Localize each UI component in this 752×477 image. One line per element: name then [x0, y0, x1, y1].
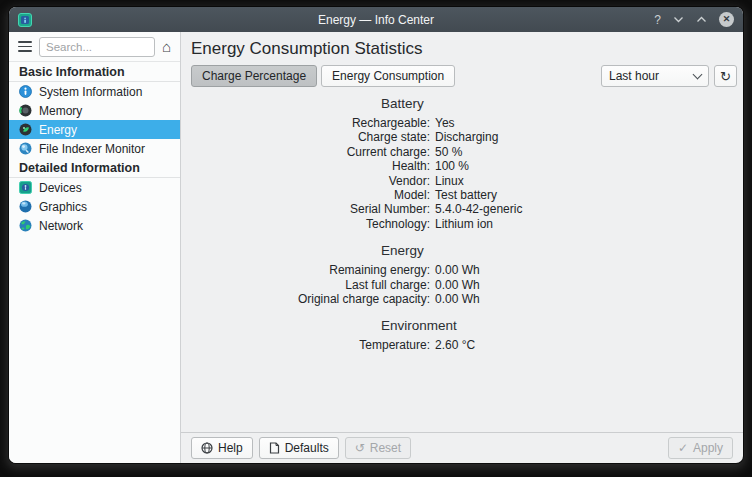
help-button-label: Help [218, 441, 243, 455]
sidebar-item-system-information[interactable]: System Information [9, 82, 180, 101]
nav-section-basic-information: Basic Information [9, 62, 180, 82]
battery-details-form: Battery Rechargeable:Yes Charge state:Di… [181, 96, 743, 353]
footer-buttonbar: Help Defaults ↺ Reset ✓ Apply [181, 432, 743, 463]
tab-energy-consumption[interactable]: Energy Consumption [321, 65, 455, 87]
row-value: Test battery [435, 188, 743, 202]
detail-row: Rechargeable:Yes [181, 116, 743, 130]
sidebar-item-graphics[interactable]: Graphics [9, 197, 180, 216]
detail-row: Remaining energy:0.00 Wh [181, 263, 743, 277]
chart-toolbar: Charge Percentage Energy Consumption Las… [191, 65, 737, 87]
row-value: 100 % [435, 159, 743, 173]
row-value: 2.60 °C [435, 338, 743, 352]
info-center-app-icon [18, 13, 32, 27]
sidebar: ⌂ Basic Information System Information M… [9, 32, 181, 463]
detail-row: Health:100 % [181, 159, 743, 173]
sidebar-item-label: Memory [39, 104, 82, 118]
apply-button-label: Apply [693, 441, 723, 455]
section-environment: Environment Temperature:2.60 °C [181, 318, 743, 352]
refresh-button[interactable]: ↻ [714, 65, 737, 87]
window-help-button[interactable]: ? [654, 14, 661, 26]
detail-row: Model:Test battery [181, 188, 743, 202]
info-icon [19, 85, 32, 98]
defaults-button-label: Defaults [285, 441, 329, 455]
sidebar-item-label: Energy [39, 123, 77, 137]
apply-button[interactable]: ✓ Apply [668, 437, 733, 459]
device-info-icon [19, 181, 32, 194]
graphics-sphere-icon [19, 200, 32, 213]
sidebar-item-label: Graphics [39, 200, 87, 214]
chevron-down-icon [693, 70, 703, 80]
row-value: 0.00 Wh [435, 278, 743, 292]
detail-row: Charge state:Discharging [181, 130, 743, 144]
row-value: 0.00 Wh [435, 292, 743, 306]
battery-icon [19, 123, 32, 136]
document-icon [269, 442, 280, 454]
row-label: Charge state: [181, 130, 430, 144]
sidebar-item-label: Devices [39, 181, 82, 195]
sidebar-item-memory[interactable]: Memory [9, 101, 180, 120]
window-maximize-button[interactable] [696, 16, 707, 23]
row-label: Current charge: [181, 145, 430, 159]
row-label: Health: [181, 159, 430, 173]
section-title: Environment [381, 318, 743, 333]
app-window: Energy — Info Center ? ✕ ⌂ Basic Informa… [9, 7, 743, 463]
refresh-icon: ↻ [720, 69, 731, 84]
row-label: Vendor: [181, 174, 430, 188]
checkmark-icon: ✓ [678, 442, 688, 454]
sidebar-item-energy[interactable]: Energy [9, 120, 180, 139]
section-title: Battery [381, 96, 743, 111]
row-value: Discharging [435, 130, 743, 144]
network-globe-icon [19, 219, 32, 232]
detail-row: Technology:Lithium ion [181, 217, 743, 231]
nav-section-detailed-information: Detailed Information [9, 158, 180, 178]
section-energy: Energy Remaining energy:0.00 Wh Last ful… [181, 243, 743, 306]
detail-row: Last full charge:0.00 Wh [181, 278, 743, 292]
detail-row: Serial Number:5.4.0-42-generic [181, 202, 743, 216]
sidebar-nav: Basic Information System Information Mem… [9, 62, 180, 463]
row-label: Rechargeable: [181, 116, 430, 130]
tab-charge-percentage[interactable]: Charge Percentage [191, 65, 317, 87]
home-icon[interactable]: ⌂ [162, 39, 171, 54]
sidebar-item-label: System Information [39, 85, 142, 99]
sidebar-item-file-indexer-monitor[interactable]: File Indexer Monitor [9, 139, 180, 158]
row-value: Lithium ion [435, 217, 743, 231]
main-pane: Energy Consumption Statistics Charge Per… [181, 32, 743, 463]
window-minimize-button[interactable] [673, 16, 684, 23]
row-label: Original charge capacity: [181, 292, 430, 306]
sidebar-item-label: Network [39, 219, 83, 233]
page-title: Energy Consumption Statistics [191, 38, 743, 59]
sidebar-item-devices[interactable]: Devices [9, 178, 180, 197]
row-value: Yes [435, 116, 743, 130]
timespan-value: Last hour [609, 69, 659, 83]
detail-row: Original charge capacity:0.00 Wh [181, 292, 743, 306]
detail-row: Temperature:2.60 °C [181, 338, 743, 352]
sidebar-toolbar: ⌂ [9, 32, 180, 62]
row-value: 50 % [435, 145, 743, 159]
window-close-button[interactable]: ✕ [719, 12, 734, 27]
menu-icon[interactable] [18, 41, 32, 51]
row-value: 5.4.0-42-generic [435, 202, 743, 216]
reset-button-label: Reset [370, 441, 401, 455]
search-input[interactable] [39, 37, 155, 57]
detail-row: Current charge:50 % [181, 145, 743, 159]
window-title: Energy — Info Center [9, 13, 743, 27]
row-label: Remaining energy: [181, 263, 430, 277]
help-globe-icon [201, 442, 213, 454]
row-label: Model: [181, 188, 430, 202]
detail-row: Vendor:Linux [181, 174, 743, 188]
titlebar[interactable]: Energy — Info Center ? ✕ [9, 7, 743, 32]
row-label: Temperature: [181, 338, 430, 352]
section-title: Energy [381, 243, 743, 258]
timespan-select[interactable]: Last hour [601, 65, 709, 87]
search-index-icon [19, 142, 32, 155]
help-button[interactable]: Help [191, 437, 253, 459]
row-value: Linux [435, 174, 743, 188]
sidebar-item-network[interactable]: Network [9, 216, 180, 235]
defaults-button[interactable]: Defaults [259, 437, 339, 459]
section-battery: Battery Rechargeable:Yes Charge state:Di… [181, 96, 743, 231]
reset-button[interactable]: ↺ Reset [345, 437, 411, 459]
row-label: Technology: [181, 217, 430, 231]
sidebar-item-label: File Indexer Monitor [39, 142, 145, 156]
row-value: 0.00 Wh [435, 263, 743, 277]
row-label: Last full charge: [181, 278, 430, 292]
